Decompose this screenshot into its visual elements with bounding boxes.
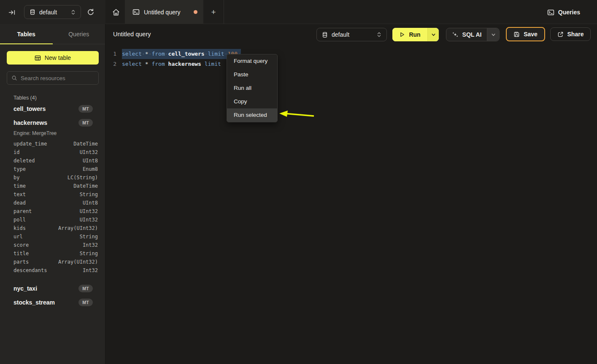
code-line[interactable]: 2select * from hackernews limit [105,59,597,69]
tables-section-label: Tables (4) [14,95,105,101]
sidebar-tab-queries[interactable]: Queries [53,24,105,44]
code-token [165,61,168,67]
column-row: textString [0,190,105,199]
column-type: Array(UInt32) [58,259,98,265]
active-tab-underline [0,43,53,45]
column-row: pollUInt32 [0,216,105,224]
code-token: · [142,51,145,57]
new-tab-button[interactable]: + [208,7,219,18]
sql-editor[interactable]: 1select·*·from·cell_towers·limit·100·2se… [105,49,597,364]
save-label: Save [524,31,538,38]
sql-ai-button[interactable]: SQL AI [446,28,500,41]
queries-icon [547,9,554,16]
column-row: timeDateTime [0,182,105,190]
share-button[interactable]: Share [550,27,591,41]
database-icon [30,9,35,15]
save-button[interactable]: Save [506,27,545,41]
column-name: score [14,242,83,248]
queries-button[interactable]: Queries [547,6,580,19]
table-name: cell_towers [14,105,78,112]
column-row: typeEnum8 [0,165,105,173]
search-input[interactable] [21,75,94,81]
sidebar-tabs: Tables Queries [0,24,105,44]
refresh-icon [87,8,95,16]
tab-untitled-query[interactable]: Untitled query [125,0,203,24]
toolbar-database-value: default [332,31,373,38]
terminal-icon [132,8,140,16]
sidebar: Tables Queries New table Tables (4) cell… [0,24,105,364]
line-number: 2 [105,59,116,69]
topbar-database-value: default [39,9,67,16]
code-token: select [122,51,142,57]
column-name: text [14,191,80,197]
table-row-stocks_stream[interactable]: stocks_streamMT [0,295,105,309]
search-box [7,71,99,85]
code-token: · [205,51,208,57]
run-button[interactable]: Run [392,28,439,41]
code-token [142,61,145,67]
topbar-database-selector[interactable]: default [24,5,81,19]
column-name: parts [14,259,58,265]
code-token: hackernews [168,61,201,67]
column-row: scoreInt32 [0,241,105,249]
database-icon [322,32,328,38]
toolbar-database-selector[interactable]: default [316,28,387,41]
tab-label: Untitled query [144,9,189,16]
column-type: LC(String) [68,175,98,181]
column-type: DateTime [73,141,98,147]
column-row: kidsArray(UInt32) [0,224,105,232]
column-name: update_time [14,141,73,147]
annotation-arrow [278,109,314,120]
menu-item-copy[interactable]: Copy [227,95,277,108]
sql-ai-label: SQL AI [462,31,482,38]
column-name: title [14,251,80,256]
code-line[interactable]: 1select·*·from·cell_towers·limit·100· [105,49,597,59]
code-token: cell_towers [168,51,205,57]
engine-badge: MT [78,285,93,292]
menu-item-run-all[interactable]: Run all [227,81,277,95]
run-options-caret[interactable] [427,28,439,41]
column-name: parent [14,208,80,214]
column-type: UInt32 [80,208,98,214]
sql-ai-main[interactable]: SQL AI [446,28,487,41]
code-token: limit [205,61,221,67]
column-name: descendants [14,267,83,273]
code-token: select [122,61,142,67]
home-icon [112,8,120,16]
table-row-nyc_taxi[interactable]: nyc_taxiMT [0,281,105,295]
menu-item-format-query[interactable]: Format query [227,54,277,68]
column-name: dead [14,200,83,206]
sparkles-icon [452,31,459,38]
share-icon [557,31,564,38]
column-row: idUInt32 [0,148,105,156]
column-type: Int32 [83,267,98,273]
sidebar-tab-tables[interactable]: Tables [0,24,53,44]
column-type: UInt32 [80,149,98,155]
code-token [221,61,224,67]
engine-badge: MT [78,119,93,127]
columns-list: update_timeDateTimeidUInt32deletedUInt8t… [0,140,105,275]
sql-ai-caret[interactable] [487,28,499,41]
editor-context-menu: Format queryPasteRun allCopyRun selected [227,54,278,122]
table-name: nyc_taxi [14,285,78,292]
refresh-button[interactable] [86,7,96,17]
new-table-button[interactable]: New table [7,51,99,65]
home-button[interactable] [110,7,122,18]
collapse-sidebar-button[interactable] [7,7,17,17]
code-token: · [165,51,168,57]
query-title: Untitled query [113,31,151,38]
column-type: Int32 [83,242,98,248]
line-text: select * from hackernews limit [122,59,224,69]
new-table-label: New table [45,54,71,61]
table-name: stocks_stream [14,299,78,306]
table-row-hackernews[interactable]: hackernewsMT [0,116,105,129]
line-text: select·*·from·cell_towers·limit·100· [122,49,241,59]
menu-item-run-selected[interactable]: Run selected [227,108,277,122]
table-row-cell_towers[interactable]: cell_towersMT [0,102,105,116]
share-label: Share [567,31,584,38]
run-button-main[interactable]: Run [392,28,427,41]
column-name: url [14,234,80,240]
column-type: UInt32 [80,217,98,223]
menu-item-paste[interactable]: Paste [227,68,277,81]
code-token: * [145,61,149,67]
